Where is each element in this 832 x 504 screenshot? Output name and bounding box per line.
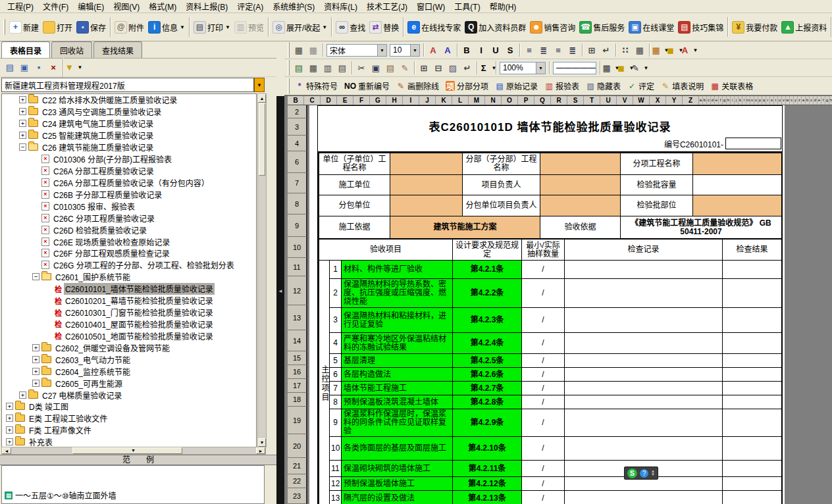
check-result-cell[interactable]: [723, 409, 782, 437]
sample-qty-cell[interactable]: /: [522, 368, 565, 382]
action-button-fillnote[interactable]: ✎填表说明: [661, 80, 704, 91]
toolbar-button-strike[interactable]: S: [504, 43, 517, 57]
row-header[interactable]: 11: [288, 258, 307, 276]
menu-item[interactable]: 窗口(W): [412, 0, 450, 13]
row-header[interactable]: 8: [288, 193, 307, 214]
column-header[interactable]: W: [633, 96, 650, 105]
font-family-combo[interactable]: 宋体▼: [326, 44, 387, 57]
toolbar-button-copy[interactable]: ▣: [369, 61, 382, 74]
regulation-combo-value[interactable]: 新疆建筑工程资料管理规程2017版: [1, 78, 254, 92]
sidebar-tab-0[interactable]: 表格目录: [1, 41, 50, 58]
column-header[interactable]: Y: [666, 96, 683, 105]
tree-item[interactable]: ×C26G 分项工程的子分部、分项工程、检验批划分表: [2, 259, 256, 271]
column-header[interactable]: P: [518, 96, 534, 105]
tree-item[interactable]: ×C26E 现场质量验收检查原始记录: [2, 236, 256, 247]
toolbar-button-font-color[interactable]: A▼: [681, 43, 694, 57]
tree-item[interactable]: +C27 电梯质量验收记录: [2, 389, 256, 401]
s-logo-icon[interactable]: S: [627, 468, 637, 478]
toolbar-button-qq-group[interactable]: Q加入资料员群: [463, 20, 528, 35]
toolbar-button-align-left[interactable]: ≡: [523, 43, 536, 57]
dropdown-arrow-icon[interactable]: ▼: [536, 63, 545, 74]
tree-vertical-scrollbar[interactable]: ▲ ▼: [257, 93, 267, 447]
menu-item[interactable]: 技术工艺(J): [362, 0, 412, 13]
tree-toolbar-button-tt-del[interactable]: ×: [47, 61, 60, 74]
action-button-pingding[interactable]: ✓评定: [627, 80, 654, 91]
sample-qty-cell[interactable]: /: [522, 279, 565, 308]
toolbar-button-sheet-grid[interactable]: ▦: [633, 43, 646, 57]
row-header[interactable]: 2: [288, 105, 307, 118]
tree-item[interactable]: ×C010306 分部(子分部)工程报验表: [2, 153, 256, 165]
tree-item[interactable]: +D类 竣工图: [2, 401, 256, 413]
tree-item[interactable]: 检C26010301_门窗节能检验批质量验收记录: [2, 307, 256, 318]
expand-icon[interactable]: +: [6, 415, 13, 422]
expand-icon[interactable]: +: [19, 132, 26, 139]
collapse-icon[interactable]: −: [19, 143, 26, 151]
toolbar-button-align-justify[interactable]: ≣: [566, 43, 579, 57]
toolbar-button-sales[interactable]: ☻销售咨询: [528, 20, 577, 35]
info-value-cell[interactable]: [540, 153, 621, 175]
dropdown-arrow-icon[interactable]: ▼: [693, 47, 698, 53]
collapse-icon[interactable]: −: [32, 273, 39, 280]
sample-qty-cell[interactable]: /: [522, 477, 565, 491]
tree-item[interactable]: −C2601_围护系统节能: [2, 271, 256, 283]
dropdown-arrow-icon[interactable]: ▼: [644, 65, 649, 71]
sidebar-tab-1[interactable]: 回收站: [51, 41, 92, 58]
column-header[interactable]: D: [321, 96, 337, 105]
toolbar-button-wrap-text[interactable]: ↵: [600, 43, 613, 57]
toolbar-button-classroom[interactable]: ▣在线课堂: [627, 20, 676, 35]
check-record-cell[interactable]: [565, 354, 723, 368]
dropdown-arrow-icon[interactable]: ▼: [377, 45, 386, 56]
toolbar-button-wrap-text[interactable]: ↵: [461, 61, 474, 74]
scrollbar-thumb[interactable]: [259, 103, 265, 176]
expand-icon[interactable]: +: [19, 96, 26, 103]
column-header[interactable]: C: [304, 96, 321, 105]
toolbar-button-tips[interactable]: ▤技巧集锦: [676, 20, 725, 35]
zoom-combo[interactable]: 100%▼: [500, 62, 546, 74]
info-value-cell[interactable]: [390, 153, 463, 175]
check-record-cell[interactable]: [565, 261, 723, 279]
expand-icon[interactable]: +: [32, 356, 39, 363]
toolbar-button-row-ops[interactable]: ▤: [336, 61, 349, 74]
tree-item[interactable]: +C24 建筑电气施工质量验收记录: [2, 118, 256, 130]
toolbar-button-sheet-grid[interactable]: ▦: [307, 61, 320, 74]
column-header[interactable]: V: [617, 96, 633, 105]
row-header[interactable]: 15: [288, 351, 307, 365]
tree-item[interactable]: 检C26010401_屋面节能检验批质量验收记录: [2, 318, 256, 330]
toolbar-button-split-cells[interactable]: ⊟: [432, 61, 445, 74]
action-button-special[interactable]: *特殊符号: [295, 80, 338, 91]
toolbar-button-paste[interactable]: ▤: [384, 61, 397, 74]
row-header[interactable]: 20: [288, 434, 307, 458]
menu-item[interactable]: 工程(P): [3, 0, 38, 13]
tree-item[interactable]: +C22 给水排水及供暖施工质量验收记录: [2, 94, 256, 106]
check-record-cell[interactable]: [565, 382, 723, 395]
column-header[interactable]: R: [551, 96, 567, 105]
tree-item[interactable]: +C2603_电气动力节能: [2, 353, 256, 365]
action-button-renumber[interactable]: NO重新编号: [344, 80, 390, 91]
row-header[interactable]: 22: [288, 474, 307, 488]
toolbar-button-list[interactable]: ∷: [619, 43, 632, 57]
toolbar-button-align-right[interactable]: ≡: [552, 43, 565, 57]
toolbar-button-painter[interactable]: ✎: [398, 61, 411, 74]
menu-item[interactable]: 评定(A): [232, 0, 268, 13]
toolbar-button-table-grid[interactable]: ▦: [292, 43, 305, 57]
pane-collapse-icon[interactable]: ▼: [131, 448, 136, 453]
toolbar-button-cut[interactable]: ✂: [355, 61, 368, 74]
row-header[interactable]: 19: [288, 407, 307, 434]
tree-item[interactable]: 检C26010501_地面节能检验批质量验收记录: [2, 330, 256, 341]
tree-item[interactable]: ×C26C 分项工程质量验收记录: [2, 212, 256, 224]
tree-toolbar-button-tt-filter[interactable]: ▼▼: [66, 61, 79, 74]
scroll-down-icon[interactable]: ▼: [258, 438, 266, 447]
tree-toolbar-button-tt-copy[interactable]: ▣: [18, 61, 31, 74]
scroll-left-icon[interactable]: ◄: [2, 447, 11, 454]
sample-qty-cell[interactable]: /: [522, 491, 565, 504]
toolbar-grip[interactable]: [288, 60, 290, 76]
column-header[interactable]: L: [452, 96, 469, 105]
dropdown-arrow-icon[interactable]: ▼: [225, 24, 230, 30]
tree-item[interactable]: ×C26D 检验批质量验收记录: [2, 224, 256, 236]
float-widget[interactable]: S ? ▲▼: [624, 466, 658, 480]
tree-item[interactable]: ×C26B 子分部工程质量验收记录: [2, 188, 256, 200]
toolbar-button-sigma[interactable]: Σ▼: [480, 61, 493, 74]
row-header[interactable]: 17: [288, 379, 307, 393]
row-header[interactable]: 18: [288, 393, 307, 407]
tree-item[interactable]: +C25 智能建筑施工质量验收记录: [2, 130, 256, 141]
